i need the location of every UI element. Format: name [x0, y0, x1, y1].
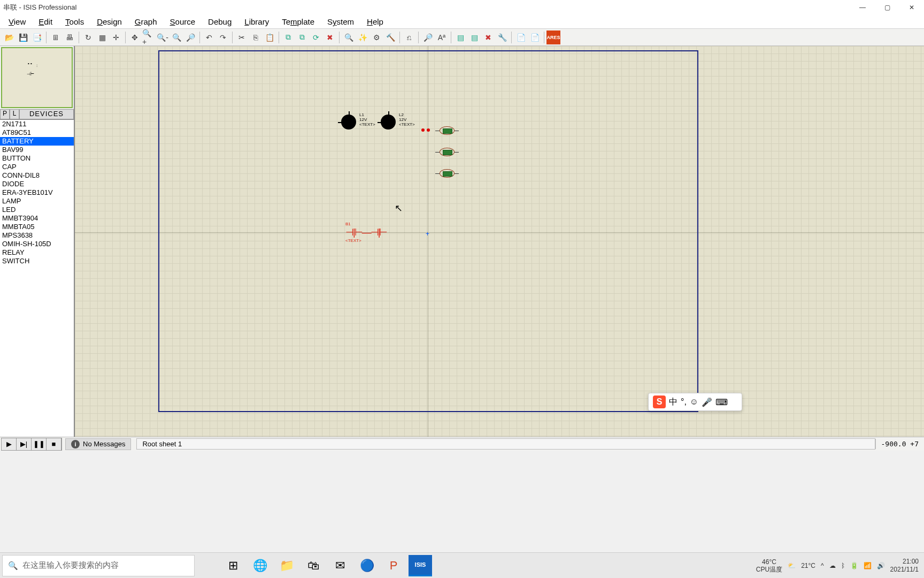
device-item[interactable]: OMIH-SH-105D: [0, 240, 74, 248]
cpu-temp-widget[interactable]: 46°C CPU温度: [756, 558, 782, 573]
pause-button[interactable]: ❚❚: [32, 438, 47, 450]
onedrive-icon[interactable]: ☁: [829, 562, 836, 569]
device-item[interactable]: SWITCH: [0, 257, 74, 265]
battery-icon[interactable]: 🔋: [850, 562, 858, 569]
maximize-button[interactable]: ▢: [875, 0, 899, 15]
compile-button[interactable]: 🔧: [495, 31, 509, 44]
component-led-1[interactable]: [440, 126, 455, 135]
save-button[interactable]: 💾: [16, 31, 30, 44]
device-item[interactable]: AT89C51: [0, 128, 74, 137]
menu-tools[interactable]: Tools: [59, 16, 90, 28]
component-lamp-l2[interactable]: [381, 115, 396, 130]
open-button[interactable]: 📂: [2, 31, 16, 44]
device-item[interactable]: MMBTA05: [0, 223, 74, 231]
search-button[interactable]: 🔎: [421, 31, 435, 44]
cut-button[interactable]: ✂: [235, 31, 249, 44]
menu-debug[interactable]: Debug: [202, 16, 238, 28]
explorer-icon[interactable]: 📁: [275, 555, 298, 576]
block-rotate-button[interactable]: ⟳: [309, 31, 323, 44]
netlist-button[interactable]: ▤: [453, 31, 467, 44]
device-item[interactable]: CAP: [0, 163, 74, 171]
step-button[interactable]: ▶|: [17, 438, 32, 450]
component-lamp-l1[interactable]: [341, 115, 356, 130]
minimize-button[interactable]: —: [850, 0, 875, 15]
ime-punct-icon[interactable]: °,: [681, 397, 687, 407]
remove-sheet-button[interactable]: 📄: [528, 31, 542, 44]
device-item-selected[interactable]: BATTERY: [0, 137, 74, 146]
component-led-2[interactable]: [440, 148, 455, 156]
menu-help[interactable]: Help: [360, 16, 390, 28]
message-area[interactable]: i No Messages: [65, 438, 131, 450]
windows-search[interactable]: 🔍 在这里输入你要搜索的内容: [2, 555, 195, 576]
device-item[interactable]: DIODE: [0, 180, 74, 188]
device-item[interactable]: BAV99: [0, 146, 74, 154]
ime-voice-icon[interactable]: 🎤: [702, 397, 712, 407]
stop-button[interactable]: ■: [47, 438, 61, 450]
device-item[interactable]: BUTTON: [0, 154, 74, 163]
weather-icon[interactable]: ⛅: [788, 562, 796, 569]
component-battery-placing[interactable]: B1 ⊣|⊢—⊣|⊢ <TEXT>: [345, 222, 387, 243]
menu-edit[interactable]: Edit: [32, 16, 59, 28]
decompose-button[interactable]: 🔨: [383, 31, 397, 44]
import-button[interactable]: 📑: [30, 31, 44, 44]
pick-button[interactable]: 🔍: [342, 31, 356, 44]
copy-button[interactable]: ⎘: [249, 31, 263, 44]
ime-lang[interactable]: 中: [669, 397, 677, 408]
sheet-name[interactable]: Root sheet 1: [136, 438, 875, 450]
play-button[interactable]: ▶: [2, 438, 17, 450]
make-device-button[interactable]: ✨: [356, 31, 369, 44]
overview-pane[interactable]: • • : ⊣⊢: [1, 47, 73, 108]
redo-button[interactable]: ↷: [216, 31, 230, 44]
bom-button[interactable]: ✖: [481, 31, 495, 44]
device-item[interactable]: CONN-DIL8: [0, 171, 74, 180]
block-move-button[interactable]: ⧉: [295, 31, 309, 44]
device-item[interactable]: 2N1711: [0, 120, 74, 128]
wifi-icon[interactable]: 📶: [864, 562, 872, 569]
close-button[interactable]: ✕: [899, 0, 924, 15]
ime-toolbar[interactable]: S 中 °, ☺ 🎤 ⌨: [648, 393, 742, 411]
zoom-out-button[interactable]: 🔍-: [156, 31, 170, 44]
bluetooth-icon[interactable]: ᛒ: [841, 562, 845, 569]
ime-keyboard-icon[interactable]: ⌨: [715, 397, 728, 407]
edge-icon[interactable]: 🌐: [248, 555, 272, 576]
device-item[interactable]: LED: [0, 206, 74, 214]
menu-view[interactable]: View: [2, 16, 32, 28]
filter-p-button[interactable]: P: [0, 109, 10, 119]
app-icon[interactable]: 🔵: [355, 555, 379, 576]
menu-system[interactable]: System: [321, 16, 360, 28]
tray-chevron-icon[interactable]: ^: [821, 562, 824, 569]
property-button[interactable]: Aª: [435, 31, 449, 44]
powerpoint-icon[interactable]: P: [382, 555, 405, 576]
device-item[interactable]: ERA-3YEB101V: [0, 188, 74, 197]
menu-design[interactable]: Design: [90, 16, 128, 28]
taskview-icon[interactable]: ⊞: [221, 555, 245, 576]
weather-temp[interactable]: 21°C: [801, 562, 815, 569]
print-button[interactable]: 🖶: [63, 31, 76, 44]
zoom-all-button[interactable]: 🔍: [170, 31, 183, 44]
erc-button[interactable]: ▤: [467, 31, 481, 44]
paste-button[interactable]: 📋: [263, 31, 276, 44]
origin-button[interactable]: ✛: [109, 31, 123, 44]
device-item[interactable]: MMBT3904: [0, 214, 74, 223]
new-sheet-button[interactable]: 📄: [514, 31, 528, 44]
sogou-icon[interactable]: S: [653, 396, 666, 408]
device-list[interactable]: 2N1711 AT89C51 BATTERY BAV99 BUTTON CAP …: [0, 120, 74, 437]
wire-autoroute-button[interactable]: ⎌: [402, 31, 416, 44]
mail-icon[interactable]: ✉: [328, 555, 352, 576]
undo-button[interactable]: ↶: [202, 31, 216, 44]
menu-library[interactable]: Library: [238, 16, 275, 28]
store-icon[interactable]: 🛍: [302, 555, 325, 576]
block-copy-button[interactable]: ⧉: [281, 31, 295, 44]
menu-source[interactable]: Source: [164, 16, 202, 28]
zoom-area-button[interactable]: 🔎: [183, 31, 197, 44]
packaging-button[interactable]: ⚙: [369, 31, 383, 44]
device-item[interactable]: MPS3638: [0, 231, 74, 240]
refresh-button[interactable]: ↻: [81, 31, 95, 44]
device-item[interactable]: RELAY: [0, 248, 74, 257]
grid-button[interactable]: ▦: [95, 31, 109, 44]
component-led-3[interactable]: [440, 169, 455, 178]
schematic-canvas[interactable]: + L112V<TEXT> L212V<TEXT> B1 ⊣|⊢—⊣|⊢ <TE…: [75, 46, 924, 437]
ares-button[interactable]: ARES: [546, 31, 560, 44]
ime-emoji-icon[interactable]: ☺: [690, 397, 698, 407]
menu-template[interactable]: Template: [275, 16, 321, 28]
